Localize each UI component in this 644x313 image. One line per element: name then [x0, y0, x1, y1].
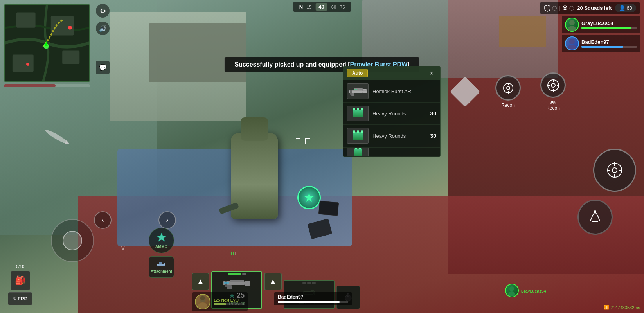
enemy-health-panel: BadEden97 — [274, 292, 352, 305]
bottom-hud: AMMO Attachment 0/10 🎒 ↻ FPP ▲ — [0, 250, 644, 313]
svg-rect-23 — [351, 93, 354, 96]
joystick-inner — [63, 231, 82, 250]
svg-point-8 — [68, 26, 72, 30]
weapon-cycle-up-1[interactable]: ▲ — [192, 273, 209, 290]
diamond-icon[interactable] — [450, 76, 480, 107]
svg-rect-41 — [157, 264, 164, 266]
teammate-health-bar-1 — [581, 27, 637, 29]
dropped-item — [318, 201, 339, 216]
enemy-health-container: BadEden97 — [274, 292, 352, 305]
settings-button[interactable]: ⚙ — [96, 4, 110, 18]
crosshair-fire-icon — [605, 160, 624, 180]
svg-rect-21 — [354, 88, 363, 90]
recon-percent: 2% — [550, 100, 556, 105]
svg-point-64 — [508, 291, 515, 296]
ammo-label: AMMO — [155, 245, 168, 249]
xp-bar-fill — [214, 303, 226, 305]
loot-item-partial[interactable] — [343, 147, 440, 157]
svg-point-11 — [564, 7, 565, 8]
teammate-bottom-info: GrayLucas54 — [521, 287, 546, 294]
squads-info: ◯ | ◯ 20 Squads left 👤 60 — [540, 2, 640, 14]
svg-point-35 — [551, 83, 555, 87]
loot-item-name-heavy-1: Heavy Rounds — [372, 111, 426, 117]
skull-icon — [562, 5, 568, 11]
backpack-icon[interactable]: 🎒 — [11, 271, 30, 290]
loot-item-heavy-1[interactable]: Heavy Rounds 30 — [343, 103, 440, 125]
svg-rect-26 — [354, 89, 355, 90]
ability-icon — [303, 192, 315, 203]
loot-close-button[interactable]: × — [427, 68, 436, 78]
fire-button[interactable] — [593, 149, 636, 192]
svg-rect-49 — [245, 281, 250, 286]
recon-button-2[interactable]: 2% Recon — [540, 72, 566, 111]
loot-item-icon-hemlok — [347, 83, 369, 99]
speaker-button[interactable]: 🔊 — [96, 22, 110, 35]
player-avatar-icon — [196, 295, 210, 309]
nav-arrow-right[interactable]: › — [158, 211, 176, 229]
minimap-roads-svg — [5, 5, 89, 81]
teammate-health-fill-1 — [581, 27, 631, 29]
recon-aim-icon-2 — [546, 78, 560, 92]
teammate-card-2: BadEden97 — [562, 35, 640, 52]
ammo-button[interactable]: AMMO — [149, 228, 174, 253]
ammo-bar-tick — [231, 252, 232, 255]
attachment-label: Attachment — [151, 269, 172, 273]
recon-aim-icon — [502, 82, 514, 94]
xp-bar — [214, 303, 245, 305]
minimap — [4, 4, 90, 82]
building-mid — [149, 23, 246, 82]
svg-rect-44 — [159, 262, 162, 264]
teammate-name-2: BadEden97 — [581, 39, 637, 45]
svg-rect-4 — [62, 51, 79, 64]
crosshair — [296, 138, 310, 144]
loot-item-heavy-2[interactable]: Heavy Rounds 30 — [343, 125, 440, 147]
loot-auto-button[interactable]: Auto — [347, 69, 368, 77]
ammo-indicator-bar — [231, 252, 236, 255]
svg-point-17 — [568, 26, 576, 31]
svg-point-60 — [198, 302, 207, 309]
character-head — [241, 117, 268, 141]
svg-point-12 — [565, 7, 567, 8]
teammate-bottom-avatar-icon — [506, 285, 517, 296]
combat-buttons — [577, 149, 636, 235]
battery-time: 2147483532ms — [610, 305, 640, 310]
ammo-bar-2 — [302, 282, 316, 284]
teammate-name-1: GrayLucas54 — [581, 20, 637, 26]
player-card: 125 Next EVO — [192, 292, 248, 311]
svg-point-9 — [26, 63, 29, 66]
player-count: 👤 60 — [615, 4, 636, 12]
teammate-hud: GrayLucas54 BadEden97 — [562, 16, 640, 52]
loot-panel[interactable]: Auto × Hemlok Burst AR — [343, 66, 441, 157]
player-character — [215, 121, 293, 231]
teammate-info-2: BadEden97 — [581, 39, 637, 48]
fpp-button[interactable]: ↻ FPP — [8, 292, 32, 305]
jump-icon — [587, 209, 603, 225]
attachment-button[interactable]: Attachment — [149, 256, 174, 278]
compass: N 15 40 60 75 — [293, 2, 351, 12]
chat-button[interactable]: 💬 — [96, 61, 110, 74]
svg-rect-48 — [230, 280, 244, 282]
squads-count: 20 Squads left — [577, 5, 612, 11]
ammo-attachment: AMMO Attachment — [149, 228, 174, 278]
svg-rect-50 — [227, 285, 232, 289]
ammo-bar — [228, 273, 246, 275]
weapon-cycle-up-2[interactable]: ▲ — [264, 273, 282, 290]
nav-arrow-left[interactable]: ‹ — [94, 211, 112, 229]
ammo-bar-tick-empty — [235, 252, 236, 255]
teammate-bottom-name: GrayLucas54 — [521, 289, 546, 293]
loot-item-hemlok[interactable]: Hemlok Burst AR — [343, 80, 440, 103]
diamond-interact-btn[interactable] — [454, 81, 476, 103]
enemy-health-bar — [278, 301, 348, 303]
recon-label-1: Recon — [501, 103, 515, 108]
prowler-icon — [222, 277, 252, 290]
recon-circle-1 — [495, 75, 521, 101]
svg-rect-5 — [13, 54, 34, 72]
top-right-hud: ◯ | ◯ 20 Squads left 👤 60 GrayLucas54 — [540, 2, 640, 52]
svg-point-63 — [509, 286, 514, 291]
recon-button-1[interactable]: Recon — [495, 75, 521, 108]
ability-indicator[interactable] — [297, 186, 321, 209]
teammate-avatar-1 — [565, 18, 579, 32]
jump-button[interactable] — [577, 200, 613, 235]
recon-buttons: Recon 2% Recon — [454, 72, 566, 111]
player-avatar — [195, 294, 210, 309]
